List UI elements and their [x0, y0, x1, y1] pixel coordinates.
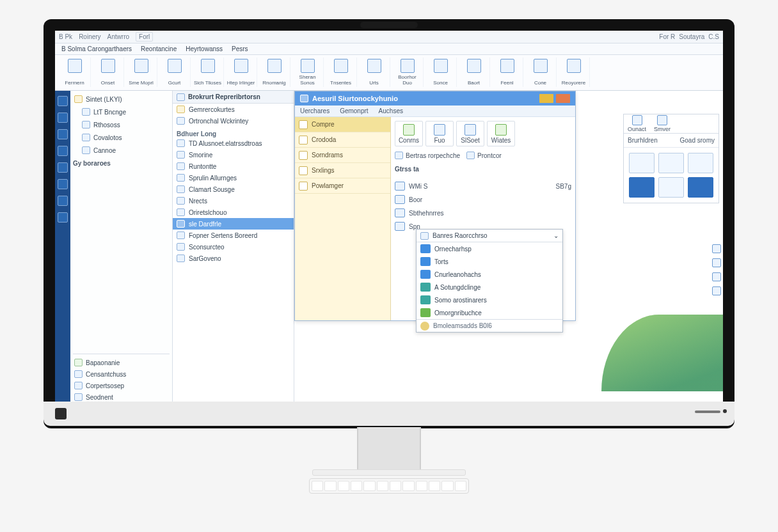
list-item[interactable]: Fopner Sertens Boreerd: [173, 230, 294, 241]
dropdown-item[interactable]: Ornecharhsp: [417, 242, 562, 255]
palette-cell[interactable]: [658, 153, 684, 173]
side-icon[interactable]: [712, 258, 721, 267]
list-item[interactable]: Oriretslchouo: [173, 207, 294, 218]
sub-window-title[interactable]: Aesuril Siurtonockyhunio: [295, 91, 575, 106]
sub-window-title-label: Aesuril Siurtonockyhunio: [312, 95, 398, 102]
item-icon: [395, 208, 405, 217]
ribbon-btn-11[interactable]: Sonce: [425, 58, 457, 87]
dropdown-item[interactable]: Cnurleanohachs: [417, 268, 562, 281]
ribbon-label: Rnomanig: [262, 80, 285, 86]
close-button[interactable]: [556, 94, 570, 103]
tree-header[interactable]: Sintet (LKYI): [73, 93, 170, 105]
tree-item[interactable]: LtT Bncnge: [73, 106, 170, 118]
list-item[interactable]: Sconsurcteo: [173, 241, 294, 253]
lower-item[interactable]: Corpertsosep: [73, 380, 170, 391]
ribbon-btn-8[interactable]: Tnsentes: [325, 58, 357, 87]
list-item-selected[interactable]: sle Dardfrle: [173, 218, 294, 230]
list-item[interactable]: TD Alusnoet.elatrssdtroas: [173, 137, 294, 149]
dropdown-item[interactable]: Omorgnribuchce: [417, 306, 562, 319]
ylist-item[interactable]: Srxlings: [295, 163, 390, 178]
list-item[interactable]: SarGoveno: [173, 253, 294, 264]
palette-btn[interactable]: Ounact: [628, 115, 646, 132]
nav-notes-icon[interactable]: [58, 179, 68, 189]
lower-item[interactable]: Censantchuss: [73, 368, 170, 380]
sw-card[interactable]: Prontcor: [466, 152, 502, 159]
nav-calendar-icon[interactable]: [58, 129, 68, 139]
tree-group-2[interactable]: Gy boraroes: [73, 160, 170, 167]
nav-tasks-icon[interactable]: [58, 162, 68, 173]
palette-cell[interactable]: [688, 153, 713, 173]
list-item[interactable]: Ortronchal Wckrintey: [173, 115, 294, 127]
nav-home-icon[interactable]: [58, 96, 68, 106]
list-item[interactable]: Clamart Sousge: [173, 184, 294, 195]
menu-item-4[interactable]: Pesrs: [232, 45, 248, 52]
ribbon-label: Sonce: [433, 80, 448, 86]
palette-sub-label: Goad sromy: [680, 137, 715, 144]
ribbon-btn-3[interactable]: Gcurt: [159, 58, 191, 87]
ribbon-btn-12[interactable]: Baort: [458, 58, 490, 87]
sw-item[interactable]: Sbthehnrres: [395, 207, 571, 219]
ylist-item[interactable]: Sorndrams: [295, 148, 390, 163]
side-icon[interactable]: [712, 244, 721, 253]
item-label: Smorine: [189, 152, 212, 159]
ribbon-btn-6[interactable]: Rnomanig: [258, 58, 290, 87]
tree-item[interactable]: Rthososs: [73, 119, 170, 130]
palette-cell[interactable]: [658, 177, 684, 198]
ylist-item[interactable]: Compre: [295, 117, 390, 132]
item-label: WMi S: [409, 183, 427, 190]
ribbon-btn-10[interactable]: Boorhor Duo: [392, 58, 424, 87]
ribbon-btn-5[interactable]: Htep Irlinger: [225, 58, 257, 87]
ribbon-btn-9[interactable]: Urts: [358, 58, 390, 87]
ribbon-btn-7[interactable]: Sheran Sonos: [292, 58, 324, 87]
sw-menu-item[interactable]: Gemonprt: [340, 107, 368, 114]
ylist-item[interactable]: Powlamger: [295, 178, 390, 194]
webcam: [360, 22, 418, 28]
sw-tool-btn[interactable]: Conrns: [395, 121, 423, 146]
dropdown-item[interactable]: A Sotungdclinge: [417, 281, 562, 293]
sw-item[interactable]: Boor: [395, 194, 571, 205]
nav-add-icon[interactable]: [58, 212, 68, 223]
dd-label: Somo arostinarers: [434, 297, 487, 304]
menu-item-1[interactable]: B Solma Carongarthaers: [61, 45, 132, 52]
sw-menu-item[interactable]: Uerchares: [300, 107, 329, 114]
menu-item-2[interactable]: Reontancine: [141, 45, 177, 52]
ribbon-btn-2[interactable]: Sme Moprl: [125, 58, 157, 87]
nav-more-icon[interactable]: [58, 196, 68, 206]
palette-cell[interactable]: [629, 177, 655, 198]
ribbon-btn-1[interactable]: Onset: [92, 58, 124, 87]
ribbon-btn-13[interactable]: Feenl: [491, 58, 523, 87]
ribbon-btn-14[interactable]: Cone: [525, 58, 557, 87]
list-item[interactable]: Nrects: [173, 195, 294, 207]
monitor-led: [723, 409, 727, 413]
nav-people-icon[interactable]: [58, 146, 68, 156]
sw-tool-btn[interactable]: Wiates: [487, 121, 515, 146]
ribbon-btn-0[interactable]: Fermern: [59, 58, 91, 87]
nav-mail-icon[interactable]: [58, 113, 68, 123]
sw-tool-btn[interactable]: Fuo: [425, 121, 454, 146]
list-item[interactable]: Sprulin Allurnges: [173, 172, 294, 184]
ribbon-btn-15[interactable]: Reoyorere: [558, 58, 590, 87]
palette-btn[interactable]: Smver: [654, 115, 671, 132]
palette-cell[interactable]: [629, 153, 655, 173]
minimize-button[interactable]: [539, 94, 553, 103]
tree-item[interactable]: Cannoe: [73, 145, 170, 156]
side-icon[interactable]: [712, 286, 721, 295]
sw-menu-item[interactable]: Auchses: [379, 107, 403, 114]
side-icon[interactable]: [712, 272, 721, 281]
list-item[interactable]: Runtontte: [173, 160, 294, 172]
dropdown-header[interactable]: Banres Raorcchrso ⌄: [417, 230, 562, 242]
ribbon-btn-4[interactable]: Sich Tlloses: [192, 58, 224, 87]
dropdown-item[interactable]: Somo arostinarers: [417, 293, 562, 306]
sw-item[interactable]: WMi SSB7g: [395, 180, 571, 192]
menu-item-3[interactable]: Heyrtowanss: [186, 45, 223, 52]
lower-item[interactable]: Bapaonanie: [73, 357, 170, 368]
list-item[interactable]: Smorine: [173, 149, 294, 160]
palette-cell[interactable]: [688, 177, 713, 198]
sw-tool-btn[interactable]: SlSoet: [456, 121, 484, 146]
dropdown-item[interactable]: Torts: [417, 255, 562, 268]
sw-card[interactable]: Bertras rorpechche: [395, 152, 460, 159]
tree-item[interactable]: Covalotos: [73, 132, 170, 143]
list-item[interactable]: Gemrercokurtes: [173, 104, 294, 115]
dropdown-footer[interactable]: Bmoleamsadds B0l6: [417, 319, 562, 332]
ylist-item[interactable]: Crododa: [295, 132, 390, 148]
